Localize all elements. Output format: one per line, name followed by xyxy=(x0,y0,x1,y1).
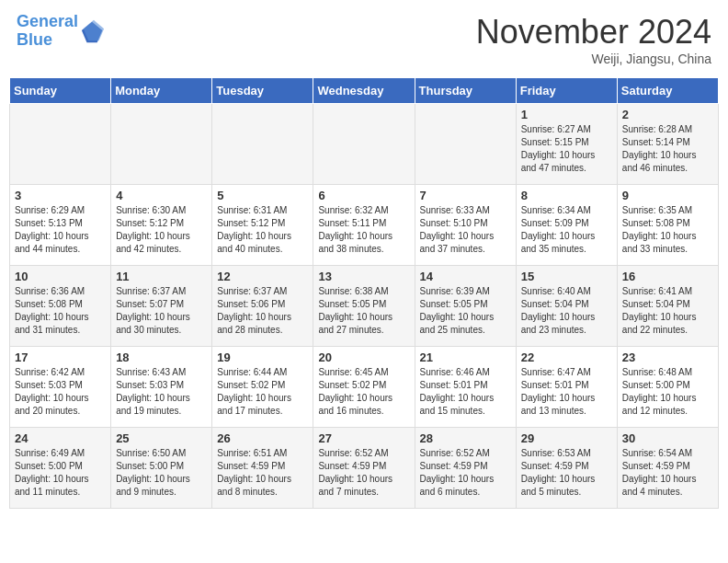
logo-text: GeneralBlue xyxy=(17,13,78,50)
page-header: GeneralBlue November 2024 Weiji, Jiangsu… xyxy=(9,9,719,70)
day-number: 17 xyxy=(15,350,106,364)
calendar-body: 1Sunrise: 6:27 AM Sunset: 5:15 PM Daylig… xyxy=(10,104,719,509)
calendar-cell: 27Sunrise: 6:52 AM Sunset: 4:59 PM Dayli… xyxy=(313,428,415,509)
calendar-cell: 28Sunrise: 6:52 AM Sunset: 4:59 PM Dayli… xyxy=(415,428,516,509)
day-info: Sunrise: 6:28 AM Sunset: 5:14 PM Dayligh… xyxy=(622,123,713,175)
calendar-cell: 10Sunrise: 6:36 AM Sunset: 5:08 PM Dayli… xyxy=(10,266,111,347)
day-number: 16 xyxy=(622,270,713,283)
calendar-cell: 11Sunrise: 6:37 AM Sunset: 5:07 PM Dayli… xyxy=(111,266,212,347)
day-info: Sunrise: 6:37 AM Sunset: 5:06 PM Dayligh… xyxy=(217,285,308,337)
day-info: Sunrise: 6:37 AM Sunset: 5:07 PM Dayligh… xyxy=(116,285,207,337)
day-info: Sunrise: 6:45 AM Sunset: 5:02 PM Dayligh… xyxy=(318,366,409,418)
calendar-cell: 26Sunrise: 6:51 AM Sunset: 4:59 PM Dayli… xyxy=(212,428,313,509)
day-header-wednesday: Wednesday xyxy=(313,78,415,104)
day-number: 5 xyxy=(217,189,308,202)
day-info: Sunrise: 6:42 AM Sunset: 5:03 PM Dayligh… xyxy=(15,366,106,418)
day-number: 12 xyxy=(217,270,308,283)
day-number: 2 xyxy=(622,108,713,121)
day-info: Sunrise: 6:54 AM Sunset: 4:59 PM Dayligh… xyxy=(622,447,713,499)
calendar-cell xyxy=(10,104,111,185)
day-number: 20 xyxy=(318,350,409,364)
day-number: 19 xyxy=(217,350,308,364)
location: Weiji, Jiangsu, China xyxy=(476,52,711,66)
calendar-week-2: 3Sunrise: 6:29 AM Sunset: 5:13 PM Daylig… xyxy=(10,185,719,266)
day-info: Sunrise: 6:39 AM Sunset: 5:05 PM Dayligh… xyxy=(420,285,511,337)
calendar-week-5: 24Sunrise: 6:49 AM Sunset: 5:00 PM Dayli… xyxy=(10,428,719,509)
calendar-table: SundayMondayTuesdayWednesdayThursdayFrid… xyxy=(9,77,719,509)
calendar-cell: 19Sunrise: 6:44 AM Sunset: 5:02 PM Dayli… xyxy=(212,347,313,428)
day-header-monday: Monday xyxy=(111,78,212,104)
logo-icon xyxy=(80,18,106,44)
day-info: Sunrise: 6:44 AM Sunset: 5:02 PM Dayligh… xyxy=(217,366,308,418)
calendar-cell: 1Sunrise: 6:27 AM Sunset: 5:15 PM Daylig… xyxy=(516,104,617,185)
calendar-cell: 21Sunrise: 6:46 AM Sunset: 5:01 PM Dayli… xyxy=(415,347,516,428)
calendar-cell: 2Sunrise: 6:28 AM Sunset: 5:14 PM Daylig… xyxy=(617,104,718,185)
month-title: November 2024 xyxy=(476,13,711,52)
calendar-cell: 20Sunrise: 6:45 AM Sunset: 5:02 PM Dayli… xyxy=(313,347,415,428)
day-number: 27 xyxy=(318,431,409,445)
day-info: Sunrise: 6:43 AM Sunset: 5:03 PM Dayligh… xyxy=(116,366,207,418)
day-number: 6 xyxy=(318,189,409,202)
day-number: 22 xyxy=(521,350,612,364)
calendar-cell: 9Sunrise: 6:35 AM Sunset: 5:08 PM Daylig… xyxy=(617,185,718,266)
day-number: 28 xyxy=(420,431,511,445)
day-number: 21 xyxy=(420,350,511,364)
day-number: 18 xyxy=(116,350,207,364)
day-number: 24 xyxy=(15,431,106,445)
day-info: Sunrise: 6:30 AM Sunset: 5:12 PM Dayligh… xyxy=(116,204,207,256)
day-info: Sunrise: 6:34 AM Sunset: 5:09 PM Dayligh… xyxy=(521,204,612,256)
calendar-cell: 25Sunrise: 6:50 AM Sunset: 5:00 PM Dayli… xyxy=(111,428,212,509)
calendar-week-1: 1Sunrise: 6:27 AM Sunset: 5:15 PM Daylig… xyxy=(10,104,719,185)
day-number: 15 xyxy=(521,270,612,283)
day-info: Sunrise: 6:53 AM Sunset: 4:59 PM Dayligh… xyxy=(521,447,612,499)
calendar-cell xyxy=(313,104,415,185)
calendar-cell: 3Sunrise: 6:29 AM Sunset: 5:13 PM Daylig… xyxy=(10,185,111,266)
days-header-row: SundayMondayTuesdayWednesdayThursdayFrid… xyxy=(10,78,719,104)
day-number: 30 xyxy=(622,431,713,445)
calendar-cell: 13Sunrise: 6:38 AM Sunset: 5:05 PM Dayli… xyxy=(313,266,415,347)
day-number: 4 xyxy=(116,189,207,202)
title-block: November 2024 Weiji, Jiangsu, China xyxy=(476,13,711,66)
day-info: Sunrise: 6:46 AM Sunset: 5:01 PM Dayligh… xyxy=(420,366,511,418)
day-info: Sunrise: 6:47 AM Sunset: 5:01 PM Dayligh… xyxy=(521,366,612,418)
day-info: Sunrise: 6:36 AM Sunset: 5:08 PM Dayligh… xyxy=(15,285,106,337)
day-info: Sunrise: 6:33 AM Sunset: 5:10 PM Dayligh… xyxy=(420,204,511,256)
day-number: 9 xyxy=(622,189,713,202)
day-info: Sunrise: 6:51 AM Sunset: 4:59 PM Dayligh… xyxy=(217,447,308,499)
day-info: Sunrise: 6:32 AM Sunset: 5:11 PM Dayligh… xyxy=(318,204,409,256)
day-info: Sunrise: 6:52 AM Sunset: 4:59 PM Dayligh… xyxy=(318,447,409,499)
day-header-tuesday: Tuesday xyxy=(212,78,313,104)
calendar-cell: 6Sunrise: 6:32 AM Sunset: 5:11 PM Daylig… xyxy=(313,185,415,266)
day-header-saturday: Saturday xyxy=(617,78,718,104)
day-info: Sunrise: 6:40 AM Sunset: 5:04 PM Dayligh… xyxy=(521,285,612,337)
calendar-cell: 8Sunrise: 6:34 AM Sunset: 5:09 PM Daylig… xyxy=(516,185,617,266)
calendar-cell: 4Sunrise: 6:30 AM Sunset: 5:12 PM Daylig… xyxy=(111,185,212,266)
calendar-cell: 29Sunrise: 6:53 AM Sunset: 4:59 PM Dayli… xyxy=(516,428,617,509)
day-info: Sunrise: 6:27 AM Sunset: 5:15 PM Dayligh… xyxy=(521,123,612,175)
logo: GeneralBlue xyxy=(17,13,106,50)
calendar-week-3: 10Sunrise: 6:36 AM Sunset: 5:08 PM Dayli… xyxy=(10,266,719,347)
calendar-cell: 30Sunrise: 6:54 AM Sunset: 4:59 PM Dayli… xyxy=(617,428,718,509)
day-number: 1 xyxy=(521,108,612,121)
calendar-cell xyxy=(212,104,313,185)
day-header-thursday: Thursday xyxy=(415,78,516,104)
day-header-sunday: Sunday xyxy=(10,78,111,104)
day-number: 14 xyxy=(420,270,511,283)
calendar-cell xyxy=(415,104,516,185)
day-info: Sunrise: 6:38 AM Sunset: 5:05 PM Dayligh… xyxy=(318,285,409,337)
day-info: Sunrise: 6:48 AM Sunset: 5:00 PM Dayligh… xyxy=(622,366,713,418)
day-info: Sunrise: 6:29 AM Sunset: 5:13 PM Dayligh… xyxy=(15,204,106,256)
calendar-cell: 24Sunrise: 6:49 AM Sunset: 5:00 PM Dayli… xyxy=(10,428,111,509)
day-number: 29 xyxy=(521,431,612,445)
day-number: 3 xyxy=(15,189,106,202)
calendar-cell: 7Sunrise: 6:33 AM Sunset: 5:10 PM Daylig… xyxy=(415,185,516,266)
day-number: 10 xyxy=(15,270,106,283)
day-number: 25 xyxy=(116,431,207,445)
day-number: 7 xyxy=(420,189,511,202)
day-number: 26 xyxy=(217,431,308,445)
calendar-cell: 15Sunrise: 6:40 AM Sunset: 5:04 PM Dayli… xyxy=(516,266,617,347)
day-number: 23 xyxy=(622,350,713,364)
calendar-cell: 16Sunrise: 6:41 AM Sunset: 5:04 PM Dayli… xyxy=(617,266,718,347)
day-info: Sunrise: 6:31 AM Sunset: 5:12 PM Dayligh… xyxy=(217,204,308,256)
day-number: 13 xyxy=(318,270,409,283)
